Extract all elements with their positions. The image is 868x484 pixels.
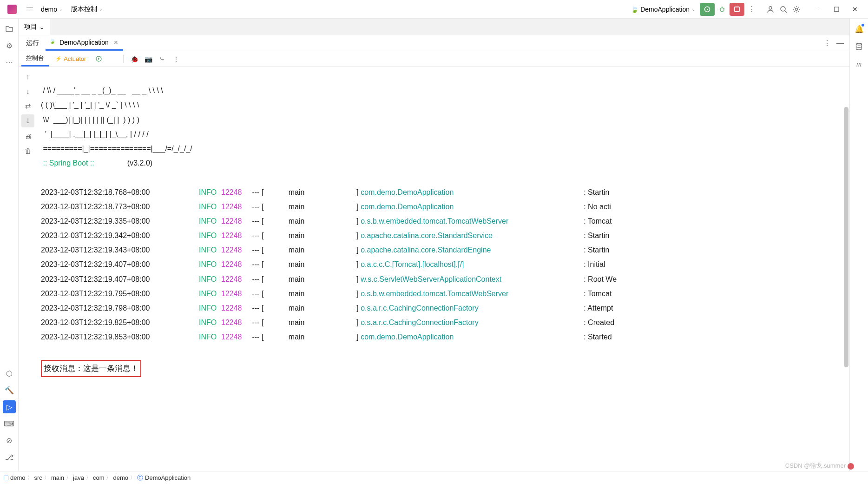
vcs-menu[interactable]: 版本控制 ⌄ <box>71 5 103 13</box>
chevron-right-icon: 〉 <box>27 474 33 481</box>
svg-line-4 <box>720 8 721 9</box>
ascii-art-line: =========|_|==============|___/=/_/_/_/ <box>41 145 192 152</box>
notifications-icon[interactable]: 🔔 <box>853 22 866 35</box>
breadcrumb-item[interactable]: demo <box>4 474 26 481</box>
project-selector[interactable]: demo ⌄ <box>41 6 63 13</box>
chevron-down-icon: ⌄ <box>39 23 45 31</box>
project-name-label: demo <box>41 6 57 13</box>
scrollbar-thumb[interactable] <box>844 107 848 367</box>
stop-button[interactable] <box>730 3 744 16</box>
chevron-right-icon: 〉 <box>106 474 111 481</box>
terminal-icon[interactable]: ⌨ <box>3 417 16 430</box>
exit-icon[interactable]: ⤷ <box>156 53 168 65</box>
down-arrow-icon[interactable]: ↓ <box>21 85 34 98</box>
class-icon: Ⓒ <box>137 474 143 482</box>
breadcrumb-item[interactable]: com <box>93 474 105 481</box>
log-line: 2023-12-03T12:32:19.335+08:00 INFO 12248… <box>41 214 846 228</box>
breadcrumb-item[interactable]: main <box>51 474 64 481</box>
editor-empty-area <box>50 19 849 35</box>
services-icon[interactable]: ⬡ <box>3 367 16 380</box>
chevron-right-icon: 〉 <box>44 474 49 481</box>
scroll-to-end-icon[interactable]: ⤓ <box>21 114 34 127</box>
log-line: 2023-12-03T12:32:19.795+08:00 INFO 12248… <box>41 286 846 301</box>
breadcrumb-item[interactable]: demo <box>113 474 128 481</box>
run-config-selector[interactable]: 🍃 DemoApplication ⌄ <box>631 6 695 13</box>
svg-marker-1 <box>707 8 708 10</box>
more-actions-button[interactable]: ⋮ <box>745 3 758 16</box>
svg-point-8 <box>781 7 785 11</box>
soft-wrap-icon[interactable]: ⇄ <box>21 99 34 113</box>
more-icon[interactable]: ⋯ <box>3 56 16 69</box>
console-gutter: ↑ ↓ ⇄ ⤓ 🖨 🗑 <box>19 67 37 471</box>
svg-point-13 <box>856 43 862 45</box>
folder-icon[interactable] <box>3 22 16 35</box>
log-line: 2023-12-03T12:32:19.407+08:00 INFO 12248… <box>41 272 846 286</box>
minimize-button[interactable]: — <box>809 3 827 16</box>
project-panel-tab[interactable]: 项目 ⌄ <box>19 19 50 35</box>
breadcrumb-item[interactable]: src <box>34 474 42 481</box>
maven-icon[interactable]: m <box>853 58 866 71</box>
svg-line-5 <box>723 8 724 9</box>
left-tool-rail: ⚙ ⋯ ⬡ 🔨 ▷ ⌨ ⊘ ⎇ <box>0 19 19 471</box>
log-line: 2023-12-03T12:32:18.773+08:00 INFO 12248… <box>41 199 846 214</box>
right-tool-rail: 🔔 m <box>849 19 868 471</box>
search-icon[interactable] <box>777 3 790 16</box>
rerun-icon[interactable] <box>92 53 105 65</box>
close-icon[interactable]: ✕ <box>113 39 118 46</box>
log-line: 2023-12-03T12:32:19.342+08:00 INFO 12248… <box>41 228 846 243</box>
ascii-art-line: \\/ ___)| |_)| | | | | || (_| | ) ) ) ) <box>41 116 139 124</box>
breadcrumb-item[interactable]: Ⓒ DemoApplication <box>137 474 191 482</box>
log-line: 2023-12-03T12:32:19.798+08:00 INFO 12248… <box>41 301 846 315</box>
project-panel-title: 项目 <box>24 23 37 31</box>
run-config-tab[interactable]: DemoApplication ✕ <box>46 35 123 51</box>
maximize-button[interactable]: ☐ <box>827 3 846 16</box>
main-menu-button[interactable] <box>24 4 35 15</box>
highlighted-message: 接收消息：这是一条消息！ <box>41 360 141 377</box>
spring-version: (v3.2.0) <box>127 159 152 167</box>
module-icon <box>4 476 8 480</box>
ascii-art-line: ( ( )\___ | '_ | '_| | '_ \/ _` | \ \ \ … <box>41 101 139 109</box>
console-toolbar: 控制台 Actuator 🐞 📷 ⤷ ⋮ <box>19 51 849 67</box>
svg-point-10 <box>796 8 798 10</box>
database-icon[interactable] <box>853 40 866 53</box>
git-icon[interactable]: ⎇ <box>3 451 16 464</box>
run-config-label: DemoApplication <box>640 6 690 13</box>
ascii-art-line: / \\ / ____'_ __ _ _(_)_ __ __ _ \ \ \ \ <box>41 86 163 94</box>
run-tool-label[interactable]: 运行 <box>26 39 39 47</box>
spring-boot-label: :: Spring Boot :: <box>41 159 94 167</box>
settings-icon[interactable] <box>790 3 803 16</box>
run-tool-icon[interactable]: ▷ <box>3 400 16 413</box>
run-button[interactable] <box>700 3 715 16</box>
vcs-label: 版本控制 <box>71 5 97 13</box>
print-icon[interactable]: 🖨 <box>21 129 34 142</box>
debug-icon[interactable]: 🐞 <box>128 53 140 65</box>
leaf-icon: 🍃 <box>631 6 638 13</box>
structure-icon[interactable]: ⚙ <box>3 39 16 52</box>
hide-icon[interactable]: — <box>834 37 847 50</box>
close-button[interactable]: ✕ <box>846 3 864 16</box>
options-icon[interactable]: ⋮ <box>821 37 834 50</box>
up-arrow-icon[interactable]: ↑ <box>21 70 34 83</box>
debug-button[interactable] <box>716 3 729 16</box>
chevron-right-icon: 〉 <box>130 474 135 481</box>
more-icon[interactable]: ⋮ <box>170 53 182 65</box>
hammer-icon[interactable]: 🔨 <box>3 384 16 397</box>
chevron-down-icon: ⌄ <box>691 7 695 12</box>
problems-icon[interactable]: ⊘ <box>3 434 16 447</box>
camera-icon[interactable]: 📷 <box>142 53 154 65</box>
svg-point-7 <box>769 7 772 9</box>
console-tab[interactable]: 控制台 <box>21 51 49 66</box>
project-panel-header: 项目 ⌄ <box>19 19 849 35</box>
chevron-right-icon: 〉 <box>66 474 71 481</box>
stop-icon[interactable] <box>106 53 118 65</box>
titlebar: demo ⌄ 版本控制 ⌄ 🍃 DemoApplication ⌄ ⋮ — ☐ … <box>0 0 868 19</box>
svg-marker-12 <box>98 58 100 60</box>
ascii-art-line: ' |____| .__|_| |_|_| |_\__, | / / / / <box>41 130 149 138</box>
chevron-down-icon: ⌄ <box>59 7 63 12</box>
breadcrumb-item[interactable]: java <box>73 474 84 481</box>
console-output[interactable]: / \\ / ____'_ __ _ _(_)_ __ __ _ \ \ \ \… <box>37 67 849 471</box>
trash-icon[interactable]: 🗑 <box>21 144 34 157</box>
account-icon[interactable] <box>764 3 777 16</box>
log-line: 2023-12-03T12:32:18.768+08:00 INFO 12248… <box>41 185 846 199</box>
actuator-tab[interactable]: Actuator <box>51 51 91 66</box>
